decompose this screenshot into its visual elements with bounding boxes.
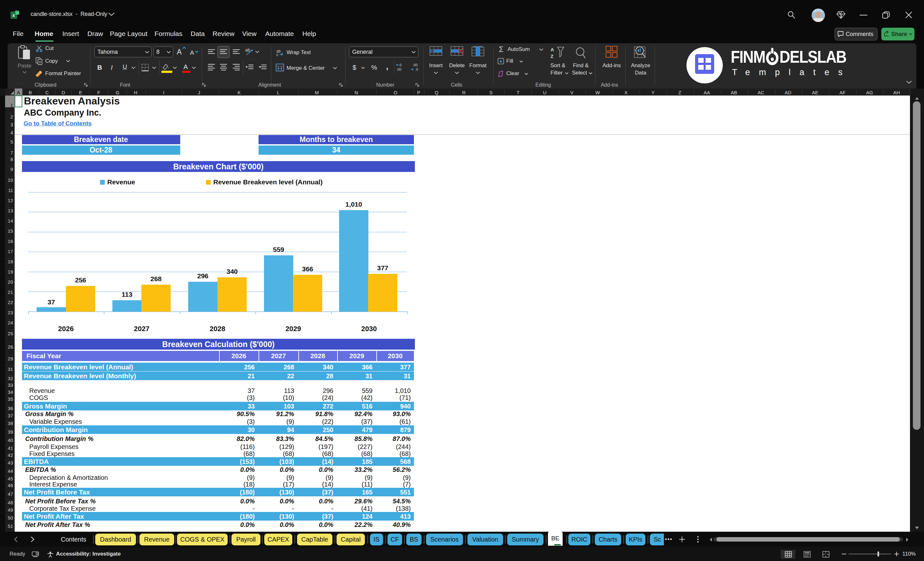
svg-text:0: 0 <box>400 63 402 67</box>
svg-text:.00: .00 <box>412 63 417 67</box>
svg-text:x: x <box>12 13 15 18</box>
svg-text:.0: .0 <box>415 68 418 71</box>
svg-text:c: c <box>276 52 278 56</box>
svg-text:Z: Z <box>550 54 554 59</box>
svg-text:A: A <box>550 47 554 52</box>
svg-text:ab: ab <box>245 48 250 52</box>
svg-text:.00: .00 <box>396 68 401 71</box>
